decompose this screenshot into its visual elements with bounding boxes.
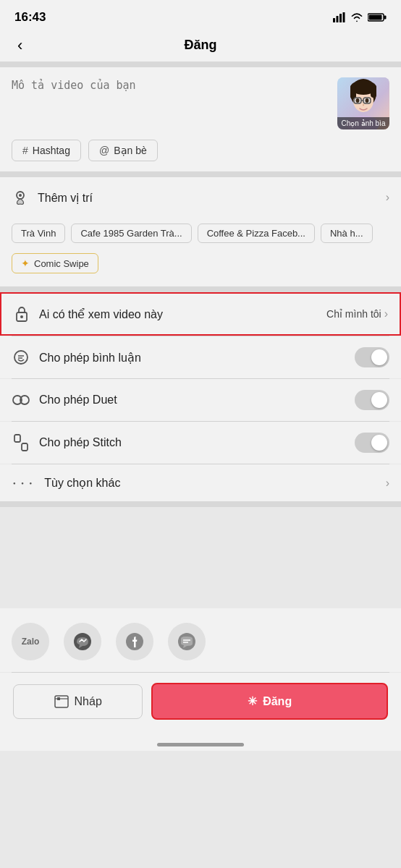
message-share-button[interactable] xyxy=(168,623,206,660)
comic-swipe-chip[interactable]: ✦ Comic Swipe xyxy=(12,253,98,273)
back-button[interactable]: ‹ xyxy=(12,33,28,58)
home-bar xyxy=(157,743,244,746)
draft-icon xyxy=(54,695,69,708)
who-can-view-chevron: › xyxy=(384,307,388,320)
location-chevron: › xyxy=(386,191,389,204)
allow-comments-row[interactable]: Cho phép bình luận xyxy=(0,336,401,378)
toggle-knob-duet xyxy=(371,392,387,408)
header: ‹ Đăng xyxy=(0,30,401,61)
thumbnail-label: Chọn ảnh bìa xyxy=(337,117,389,129)
draft-button[interactable]: Nháp xyxy=(13,684,143,719)
who-can-view-value: Chỉ mình tôi › xyxy=(326,307,388,320)
mention-icon: @ xyxy=(99,145,109,156)
who-can-view-row[interactable]: Ai có thể xem video này Chỉ mình tôi › xyxy=(0,292,401,336)
svg-point-24 xyxy=(14,351,28,364)
more-options-label: Tùy chọn khác xyxy=(44,476,385,490)
more-options-row[interactable]: ● ● ● Tùy chọn khác › xyxy=(0,464,401,501)
location-chips-row: Trà Vinh Cafe 1985 Garden Trà... Coffee … xyxy=(0,218,401,253)
allow-stitch-label: Cho phép Stitch xyxy=(39,436,355,449)
section-divider-4 xyxy=(0,501,401,507)
post-spark-icon: ✳ xyxy=(248,694,257,708)
video-thumbnail[interactable]: Chọn ảnh bìa xyxy=(337,77,389,129)
add-location-row[interactable]: Thêm vị trí › xyxy=(0,177,401,218)
allow-duet-toggle[interactable] xyxy=(355,390,389,410)
bottom-action-bar: Nháp ✳ Đăng xyxy=(0,673,401,736)
hashtag-button[interactable]: # Hashtag xyxy=(12,140,81,161)
location-chip-0[interactable]: Trà Vinh xyxy=(12,224,65,243)
svg-rect-1 xyxy=(337,16,339,22)
svg-rect-6 xyxy=(369,15,382,20)
section-divider-2 xyxy=(0,171,401,177)
section-divider-3 xyxy=(0,286,401,292)
header-title: Đăng xyxy=(185,38,217,53)
svg-rect-36 xyxy=(55,696,68,707)
toggle-knob xyxy=(371,349,387,365)
friends-button[interactable]: @ Bạn bè xyxy=(88,140,158,161)
svg-rect-30 xyxy=(22,443,28,451)
allow-duet-label: Cho phép Duet xyxy=(39,393,355,407)
friends-label: Bạn bè xyxy=(114,145,147,156)
more-options-chevron: › xyxy=(386,477,389,490)
effect-chip-container: ✦ Comic Swipe xyxy=(0,253,401,286)
svg-rect-2 xyxy=(339,14,342,22)
section-divider-top xyxy=(0,61,401,67)
svg-point-23 xyxy=(20,315,23,318)
tag-row: # Hashtag @ Bạn bè xyxy=(12,140,389,161)
svg-point-18 xyxy=(363,104,364,106)
post-button[interactable]: ✳ Đăng xyxy=(151,683,388,720)
message-icon xyxy=(177,632,196,651)
spacer xyxy=(0,507,401,608)
messenger-share-button[interactable] xyxy=(64,623,101,660)
location-chip-1[interactable]: Cafe 1985 Garden Trà... xyxy=(71,224,191,243)
duet-icon xyxy=(12,391,30,409)
svg-point-16 xyxy=(356,98,360,103)
chevron-right-icon: › xyxy=(386,191,389,204)
svg-rect-37 xyxy=(57,697,60,700)
post-label: Đăng xyxy=(263,695,292,708)
allow-duet-row[interactable]: Cho phép Duet xyxy=(0,379,401,421)
zalo-label: Zalo xyxy=(22,637,40,647)
hashtag-label: Hashtag xyxy=(33,145,70,156)
lock-icon xyxy=(13,305,30,323)
allow-stitch-toggle[interactable] xyxy=(355,433,389,453)
svg-rect-11 xyxy=(350,85,356,99)
allow-comments-toggle[interactable] xyxy=(355,347,389,367)
add-location-label: Thêm vị trí xyxy=(38,191,386,205)
effect-label: Comic Swipe xyxy=(34,258,89,269)
svg-rect-0 xyxy=(333,18,335,22)
facebook-share-button[interactable] xyxy=(116,623,153,660)
wifi-icon xyxy=(350,12,363,22)
video-description-section: Chọn ảnh bìa # Hashtag @ Bạn bè xyxy=(0,67,401,171)
allow-comments-label: Cho phép bình luận xyxy=(39,351,355,365)
draft-label: Nháp xyxy=(75,695,102,708)
allow-stitch-row[interactable]: Cho phép Stitch xyxy=(0,422,401,464)
svg-point-21 xyxy=(19,194,22,197)
svg-point-17 xyxy=(366,98,369,103)
home-indicator xyxy=(0,736,401,751)
messenger-icon xyxy=(73,632,92,651)
facebook-icon xyxy=(125,632,144,651)
location-chip-2[interactable]: Coffee & Pizza Faceb... xyxy=(198,224,315,243)
status-icons xyxy=(333,12,387,22)
dots-icon: ● ● ● xyxy=(13,481,34,485)
video-desc-row: Chọn ảnh bìa xyxy=(12,77,389,129)
video-description-input[interactable] xyxy=(12,77,329,118)
location-icon xyxy=(12,189,29,206)
svg-rect-29 xyxy=(14,435,20,442)
zalo-share-button[interactable]: Zalo xyxy=(12,623,49,660)
status-bar: 16:43 xyxy=(0,0,401,30)
hashtag-icon: # xyxy=(22,145,28,156)
signal-icon xyxy=(333,12,346,22)
svg-rect-3 xyxy=(343,12,345,22)
toggle-knob-stitch xyxy=(371,435,387,451)
comment-icon xyxy=(12,348,30,367)
battery-icon xyxy=(368,12,387,22)
who-can-view-label: Ai có thể xem video này xyxy=(39,307,326,321)
status-time: 16:43 xyxy=(14,10,46,25)
stitch-icon xyxy=(12,433,30,452)
svg-rect-12 xyxy=(371,85,376,98)
effect-star-icon: ✦ xyxy=(21,258,30,269)
location-chip-3[interactable]: Nhà h... xyxy=(321,224,373,243)
social-sharing-section: Zalo xyxy=(0,608,401,672)
svg-rect-5 xyxy=(384,16,387,20)
